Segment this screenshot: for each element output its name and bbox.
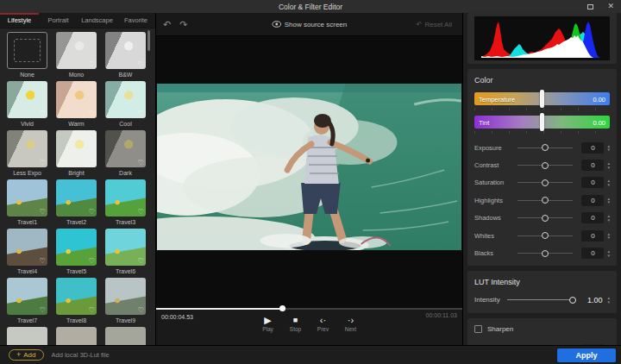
tab-portrait[interactable]: Portrait [39,13,78,28]
intensity-value[interactable]: 1.00 [581,296,602,304]
intensity-slider[interactable] [507,299,573,300]
favorite-heart-icon[interactable]: ♡ [138,160,144,166]
filter-thumbnail[interactable] [56,327,97,345]
favorite-heart-icon[interactable]: ♡ [138,110,144,117]
tint-slider-handle[interactable] [540,113,544,131]
filter-item-travel9[interactable]: ♡Travel9 [105,278,146,327]
blacks-slider[interactable] [518,253,573,254]
filter-item-warm[interactable]: ♡Warm [56,81,97,130]
filter-thumbnail[interactable]: ♡ [7,278,47,315]
seek-bar[interactable] [156,308,462,310]
prev-button[interactable]: ‹·Prev [316,315,331,332]
whites-stepper[interactable]: ▴▾ [607,232,610,240]
filter-item-cool[interactable]: ♡Cool [105,81,146,130]
filter-thumbnail[interactable]: ♡ [56,81,97,118]
favorite-heart-icon[interactable]: ♡ [40,160,46,166]
exposure-slider-handle[interactable] [542,144,549,151]
filter-item[interactable] [105,327,146,345]
intensity-stepper[interactable]: ▴▾ [607,296,610,304]
favorite-heart-icon[interactable]: ♡ [89,61,95,68]
filter-thumbnail[interactable]: ♡ [56,278,97,315]
redo-icon[interactable]: ↷ [179,20,187,29]
temperature-slider[interactable]: Temperature 0.00 [474,92,610,105]
favorite-heart-icon[interactable]: ♡ [138,307,144,314]
sharpen-checkbox-row[interactable]: Sharpen [473,325,612,344]
filter-thumbnail[interactable]: ♡ [7,81,47,118]
filter-item-travel3[interactable]: ♡Travel3 [105,179,146,229]
filter-thumbnail[interactable] [7,32,47,69]
filter-item-less-expo[interactable]: ♡Less Expo [7,130,47,179]
filter-item-travel4[interactable]: ♡Travel4 [7,229,47,278]
favorite-heart-icon[interactable]: ♡ [40,307,46,314]
seek-handle[interactable] [279,305,285,311]
favorite-heart-icon[interactable]: ♡ [138,209,144,216]
filter-item-travel7[interactable]: ♡Travel7 [7,278,47,327]
highlights-value[interactable]: 0 [581,195,604,206]
maximize-icon[interactable] [587,4,593,9]
favorite-heart-icon[interactable]: ♡ [89,307,95,314]
favorite-heart-icon[interactable]: ♡ [40,258,46,265]
favorite-heart-icon[interactable]: ♡ [89,209,95,216]
favorite-heart-icon[interactable]: ♡ [40,209,46,216]
saturation-value[interactable]: 0 [581,177,604,188]
favorite-heart-icon[interactable]: ♡ [40,110,46,117]
shadows-slider[interactable] [518,217,573,218]
filter-item-travel8[interactable]: ♡Travel8 [56,278,97,327]
filter-item-travel2[interactable]: ♡Travel2 [56,179,97,229]
blacks-stepper[interactable]: ▴▾ [607,249,610,257]
filter-thumbnail[interactable]: ♡ [56,32,97,69]
filter-item-dark[interactable]: ♡Dark [105,130,146,179]
filter-item[interactable] [7,327,47,345]
filter-thumbnail[interactable] [105,327,146,345]
filter-thumbnail[interactable]: ♡ [7,179,47,217]
filter-thumbnail[interactable]: ♡ [105,278,146,315]
sharpen-checkbox[interactable] [474,325,482,333]
whites-slider[interactable] [518,235,573,236]
shadows-slider-handle[interactable] [542,215,549,222]
favorite-heart-icon[interactable]: ♡ [89,258,95,265]
favorite-heart-icon[interactable]: ♡ [138,61,144,68]
stop-button[interactable]: ■Stop [288,315,304,332]
filter-item-vivid[interactable]: ♡Vivid [7,81,47,130]
saturation-stepper[interactable]: ▴▾ [607,179,610,186]
saturation-slider[interactable] [518,182,573,183]
favorite-heart-icon[interactable]: ♡ [138,258,144,265]
filter-thumbnail[interactable]: ♡ [7,130,47,167]
tint-slider[interactable]: Tint 0.00 [474,116,610,129]
next-button[interactable]: ·›Next [343,315,359,332]
close-icon[interactable]: ✕ [607,3,614,10]
filter-item-travel6[interactable]: ♡Travel6 [105,229,146,278]
show-source-toggle[interactable]: Show source screen [272,21,347,28]
filter-item-travel5[interactable]: ♡Travel5 [56,229,97,278]
blacks-value[interactable]: 0 [581,248,604,259]
filter-item-bright[interactable]: ♡Bright [56,130,97,179]
filter-thumbnail[interactable]: ♡ [105,32,146,69]
highlights-slider-handle[interactable] [542,197,549,204]
filter-item-none[interactable]: None [7,32,47,81]
filter-thumbnail[interactable]: ♡ [105,229,146,266]
contrast-value[interactable]: 0 [581,160,604,171]
filter-item[interactable] [56,327,97,345]
play-button[interactable]: ▶Play [260,315,276,332]
intensity-slider-handle[interactable] [569,297,576,304]
filter-thumbnail[interactable]: ♡ [105,130,146,167]
contrast-stepper[interactable]: ▴▾ [607,161,610,169]
blacks-slider-handle[interactable] [542,250,549,257]
filter-thumbnail[interactable]: ♡ [56,229,97,266]
highlights-slider[interactable] [518,200,573,201]
exposure-value[interactable]: 0 [581,142,604,154]
shadows-stepper[interactable]: ▴▾ [607,214,610,222]
highlights-stepper[interactable]: ▴▾ [607,197,610,204]
exposure-slider[interactable] [518,147,573,148]
whites-slider-handle[interactable] [542,232,549,239]
contrast-slider-handle[interactable] [542,162,549,169]
filter-thumbnail[interactable]: ♡ [105,179,146,217]
whites-value[interactable]: 0 [581,230,604,242]
favorite-heart-icon[interactable]: ♡ [89,110,95,117]
reset-all-button[interactable]: ↶ Reset All [417,21,452,28]
filter-scrollbar[interactable] [147,30,150,343]
filter-thumbnail[interactable]: ♡ [105,81,146,118]
filter-item-mono[interactable]: ♡Mono [56,32,97,81]
filter-thumbnail[interactable]: ♡ [56,130,97,167]
apply-button[interactable]: Apply [557,348,616,362]
